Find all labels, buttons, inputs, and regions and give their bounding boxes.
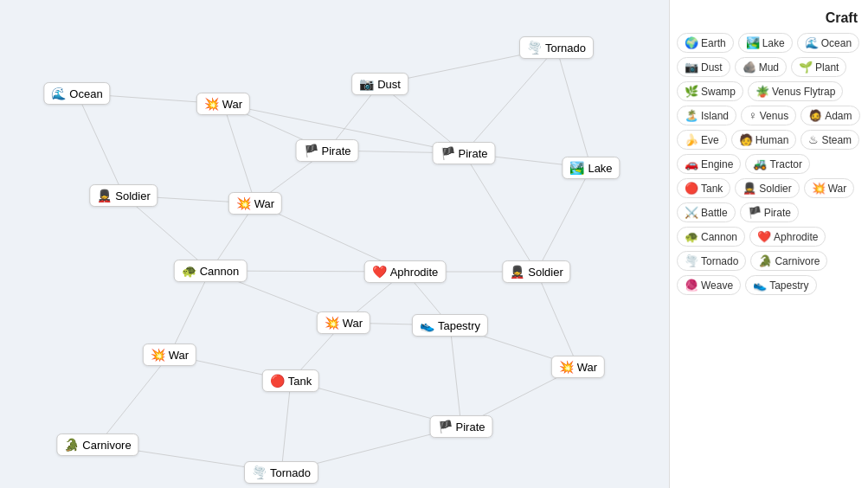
sidebar-item-war[interactable]: 💥War	[804, 178, 855, 198]
item-label: Battle	[701, 207, 728, 219]
item-icon: 🔴	[685, 182, 698, 195]
node-war1[interactable]: 💥War	[196, 93, 250, 115]
item-icon: 🧑	[739, 133, 753, 146]
item-icon: 🏝️	[685, 109, 698, 122]
sidebar-item-cannon[interactable]: 🐢Cannon	[677, 227, 745, 247]
sidebar-item-lake[interactable]: 🏞️Lake	[738, 33, 793, 53]
sidebar-item-island[interactable]: 🏝️Island	[677, 106, 736, 125]
node-war2[interactable]: 💥War	[228, 192, 282, 215]
canvas-area: 🌪️Tornado📷Dust🌊Ocean💥War🏴Pirate🏴Pirate🏞️…	[0, 0, 669, 488]
node-icon: 🏴	[438, 420, 453, 433]
node-dust[interactable]: 📷Dust	[351, 73, 408, 95]
sidebar-items: 🌍Earth🏞️Lake🌊Ocean📷Dust🪨Mud🌱Plant🌿Swamp🪴…	[677, 33, 861, 295]
node-icon: 🏴	[304, 144, 318, 157]
sidebar-item-tractor[interactable]: 🚜Tractor	[745, 154, 810, 174]
sidebar-item-eve[interactable]: 🍌Eve	[677, 130, 727, 150]
node-war4[interactable]: 💥War	[143, 344, 196, 366]
item-icon: ⚔️	[685, 206, 698, 219]
svg-line-31	[98, 355, 170, 445]
item-label: Earth	[701, 37, 726, 49]
node-icon: 💥	[151, 348, 165, 362]
item-icon: 🌿	[685, 85, 698, 98]
node-soldier1[interactable]: 💂Soldier	[89, 184, 158, 207]
item-icon: 🪴	[755, 85, 769, 98]
sidebar-item-battle[interactable]: ⚔️Battle	[677, 202, 736, 222]
node-icon: 🏞️	[569, 161, 584, 175]
node-aphrodite[interactable]: ❤️Aphrodite	[364, 260, 447, 283]
node-soldier2[interactable]: 💂Soldier	[502, 260, 570, 283]
sidebar-item-aphrodite[interactable]: ❤️Aphrodite	[749, 227, 826, 247]
node-label: War	[577, 361, 597, 374]
node-label: Tapestry	[438, 319, 480, 332]
sidebar-item-carnivore[interactable]: 🐊Carnivore	[750, 251, 827, 271]
sidebar-item-ocean[interactable]: 🌊Ocean	[797, 33, 859, 53]
sidebar-item-weave[interactable]: 🧶Weave	[677, 275, 741, 295]
node-pirate2[interactable]: 🏴Pirate	[433, 142, 496, 164]
item-label: Tank	[701, 183, 723, 195]
node-cannon[interactable]: 🐢Cannon	[174, 260, 248, 282]
node-tapestry[interactable]: 👟Tapestry	[412, 314, 488, 337]
node-label: Pirate	[456, 421, 485, 433]
svg-line-2	[556, 48, 591, 168]
item-icon: ❤️	[757, 230, 771, 243]
node-icon: 👟	[420, 318, 434, 332]
connections-svg	[0, 0, 669, 488]
item-icon: 🍌	[685, 133, 698, 146]
item-label: Steam	[821, 134, 852, 146]
node-ocean[interactable]: 🌊Ocean	[43, 82, 110, 105]
item-icon: 📷	[685, 61, 698, 74]
node-pirate1[interactable]: 🏴Pirate	[296, 139, 359, 162]
sidebar-item-venus[interactable]: ♀Venus	[741, 106, 796, 125]
node-icon: 💂	[510, 265, 524, 279]
sidebar-item-steam[interactable]: ♨Steam	[800, 130, 859, 150]
item-label: Soldier	[759, 183, 791, 195]
item-label: Tornado	[701, 255, 738, 267]
item-label: Tapestry	[769, 279, 808, 292]
node-label: Dust	[377, 78, 401, 91]
node-icon: 📷	[359, 77, 374, 91]
sidebar-item-tapestry[interactable]: 👟Tapestry	[745, 275, 816, 295]
sidebar-item-dust[interactable]: 📷Dust	[677, 57, 730, 77]
sidebar-item-venus-flytrap[interactable]: 🪴Venus Flytrap	[748, 81, 843, 101]
svg-line-6	[77, 93, 124, 196]
sidebar-item-tornado[interactable]: 🌪️Tornado	[677, 251, 746, 271]
sidebar-item-plant[interactable]: 🌱Plant	[791, 57, 846, 77]
node-tornado2[interactable]: 🌪️Tornado	[244, 461, 318, 484]
sidebar-item-pirate[interactable]: 🏴Pirate	[740, 202, 799, 222]
sidebar-item-adam[interactable]: 🧔Adam	[800, 106, 859, 125]
node-icon: 🌪️	[252, 466, 267, 479]
item-icon: 🧔	[808, 109, 822, 122]
sidebar: Craft 🌍Earth🏞️Lake🌊Ocean📷Dust🪨Mud🌱Plant🌿…	[669, 0, 868, 488]
node-war5[interactable]: 💥War	[551, 356, 605, 378]
sidebar-item-mud[interactable]: 🪨Mud	[735, 57, 787, 77]
item-icon: 🏞️	[746, 36, 760, 49]
item-icon: 🐊	[758, 254, 772, 267]
item-label: Venus Flytrap	[772, 86, 835, 98]
sidebar-item-soldier[interactable]: 💂Soldier	[735, 178, 799, 198]
node-label: Ocean	[69, 87, 102, 100]
item-icon: 🌱	[799, 61, 813, 74]
item-label: Carnivore	[775, 255, 820, 267]
sidebar-item-swamp[interactable]: 🌿Swamp	[677, 81, 743, 101]
node-tank[interactable]: 🔴Tank	[262, 369, 319, 392]
svg-line-29	[450, 325, 461, 427]
node-pirate3[interactable]: 🏴Pirate	[430, 415, 493, 438]
node-carnivore[interactable]: 🐊Carnivore	[56, 433, 138, 456]
item-label: Lake	[762, 37, 785, 49]
sidebar-item-human[interactable]: 🧑Human	[731, 130, 797, 150]
node-icon: 🏴	[440, 146, 455, 160]
node-lake[interactable]: 🏞️Lake	[562, 157, 620, 179]
sidebar-item-engine[interactable]: 🚗Engine	[677, 154, 741, 174]
sidebar-item-earth[interactable]: 🌍Earth	[677, 33, 734, 53]
node-label: Pirate	[459, 147, 488, 160]
node-label: Tornado	[545, 42, 586, 55]
node-label: Tank	[288, 375, 312, 388]
sidebar-item-tank[interactable]: 🔴Tank	[677, 178, 730, 198]
node-icon: ❤️	[372, 265, 387, 279]
item-label: Pirate	[764, 207, 791, 219]
node-icon: 🔴	[270, 374, 285, 388]
node-label: Tornado	[270, 466, 311, 479]
node-label: Soldier	[115, 189, 150, 202]
node-tornado1[interactable]: 🌪️Tornado	[519, 36, 594, 59]
node-war3[interactable]: 💥War	[317, 311, 370, 334]
